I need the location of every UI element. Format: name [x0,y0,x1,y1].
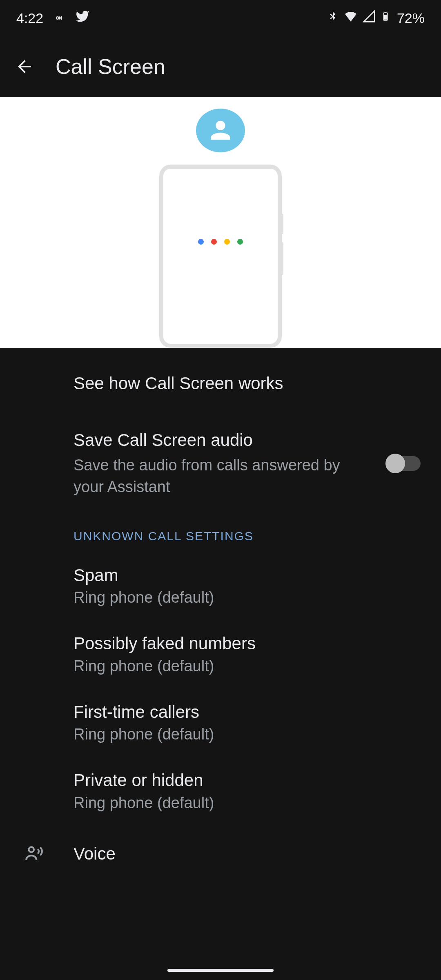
phone-frame-graphic [159,165,282,348]
svg-point-0 [58,16,61,20]
page-title: Call Screen [56,54,165,79]
settings-list: See how Call Screen works Save Call Scre… [0,348,441,825]
save-audio-toggle[interactable] [387,456,421,471]
private-hidden-setting[interactable]: Private or hidden Ring phone (default) [16,756,425,825]
save-audio-setting[interactable]: Save Call Screen audio Save the audio fr… [16,414,425,513]
status-right: 72% [327,9,425,27]
app-bar: Call Screen [0,36,441,97]
google-dots-icon [198,239,243,245]
battery-percentage: 72% [397,10,425,26]
svg-rect-2 [384,15,387,20]
first-time-callers-value: Ring phone (default) [74,726,425,743]
voice-label: Voice [74,844,116,864]
faked-numbers-setting[interactable]: Possibly faked numbers Ring phone (defau… [16,619,425,688]
status-left: 4:22 [16,9,90,27]
twitter-icon [75,9,90,27]
how-it-works-link[interactable]: See how Call Screen works [16,348,425,414]
voice-setting[interactable]: Voice [0,825,441,865]
first-time-callers-setting[interactable]: First-time callers Ring phone (default) [16,688,425,757]
hero-illustration [0,97,441,348]
avatar-icon [196,109,245,152]
how-it-works-label: See how Call Screen works [74,372,425,395]
status-bar: 4:22 72% [0,0,441,36]
back-button[interactable] [13,55,36,78]
status-time: 4:22 [16,10,43,26]
private-hidden-title: Private or hidden [74,769,425,792]
signal-icon [363,10,376,26]
save-audio-title: Save Call Screen audio [74,429,371,452]
private-hidden-value: Ring phone (default) [74,794,425,812]
svg-rect-3 [385,12,386,13]
spam-title: Spam [74,564,425,587]
home-indicator[interactable] [167,969,274,972]
faked-numbers-value: Ring phone (default) [74,657,425,675]
voice-person-icon [24,843,44,865]
wifi-icon [344,9,358,27]
first-time-callers-title: First-time callers [74,701,425,724]
svg-point-4 [29,847,34,852]
faked-numbers-title: Possibly faked numbers [74,633,425,655]
spam-setting[interactable]: Spam Ring phone (default) [16,551,425,620]
broadcast-icon [53,12,65,24]
save-audio-subtitle: Save the audio from calls answered by yo… [74,454,371,498]
spam-value: Ring phone (default) [74,589,425,606]
bluetooth-icon [327,10,339,26]
unknown-calls-header: UNKNOWN CALL SETTINGS [16,513,425,551]
battery-icon [381,9,390,27]
